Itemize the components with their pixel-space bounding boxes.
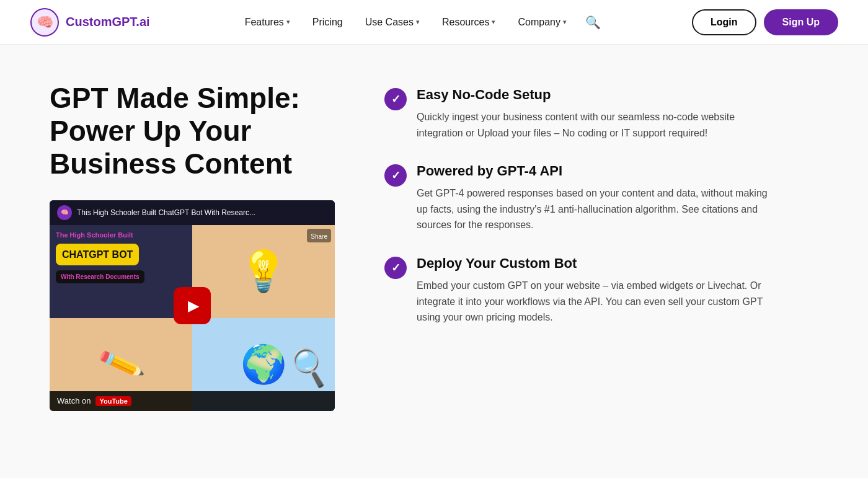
- signup-button[interactable]: Sign Up: [764, 9, 838, 35]
- feature-desc-2: Get GPT-4 powered responses based on you…: [417, 185, 776, 233]
- hero-video[interactable]: 🧠 This High Schooler Built ChatGPT Bot W…: [50, 200, 335, 411]
- check-icon-1: [384, 88, 407, 110]
- nav-resources[interactable]: Resources ▾: [433, 12, 504, 33]
- watch-bar: Watch on YouTube: [50, 391, 335, 411]
- chatgpt-label: CHATGPT BOT: [62, 249, 133, 260]
- hero-section: GPT Made Simple: Power Up Your Business …: [0, 45, 868, 478]
- video-title: This High Schooler Built ChatGPT Bot Wit…: [77, 208, 255, 217]
- svg-text:🧠: 🧠: [37, 14, 54, 30]
- feature-desc-3: Embed your custom GPT on your website – …: [417, 278, 776, 325]
- nav-use-cases[interactable]: Use Cases ▾: [356, 12, 428, 33]
- play-button[interactable]: ▶: [174, 287, 211, 324]
- resources-chevron-icon: ▾: [492, 18, 495, 26]
- check-icon-2: [384, 164, 407, 187]
- feature-title-3: Deploy Your Custom Bot: [417, 255, 776, 272]
- features-list: Easy No-Code Setup Quickly ingest your b…: [384, 82, 838, 348]
- bulb-icon: 💡: [239, 248, 288, 294]
- hero-title: GPT Made Simple: Power Up Your Business …: [50, 82, 347, 180]
- nav-features[interactable]: Features ▾: [236, 12, 299, 33]
- use-cases-chevron-icon: ▾: [416, 18, 420, 26]
- feature-deploy: Deploy Your Custom Bot Embed your custom…: [384, 255, 838, 325]
- logo-icon: 🧠: [30, 7, 60, 37]
- globe-icon: 🌍: [241, 342, 287, 386]
- nav-pricing[interactable]: Pricing: [304, 12, 352, 33]
- feature-gpt4: Powered by GPT-4 API Get GPT-4 powered r…: [384, 163, 838, 233]
- features-chevron-icon: ▾: [286, 18, 290, 26]
- nav-actions: Login Sign Up: [692, 9, 838, 35]
- nav-menu: Features ▾ Pricing Use Cases ▾ Resources…: [236, 10, 606, 35]
- logo[interactable]: 🧠 CustomGPT.ai: [30, 7, 150, 37]
- docs-label: With Research Documents: [61, 273, 140, 280]
- check-icon-3: [384, 257, 407, 279]
- watch-label: Watch on: [57, 396, 91, 405]
- nav-company[interactable]: Company ▾: [509, 12, 575, 33]
- login-button[interactable]: Login: [692, 9, 756, 35]
- company-chevron-icon: ▾: [563, 18, 567, 26]
- search-icon[interactable]: 🔍: [580, 10, 606, 35]
- navigation: 🧠 CustomGPT.ai Features ▾ Pricing Use Ca…: [0, 0, 868, 45]
- pencil-icon: ✏️: [95, 340, 146, 389]
- feature-desc-1: Quickly ingest your business content wit…: [417, 109, 776, 141]
- hero-left-column: GPT Made Simple: Power Up Your Business …: [50, 82, 347, 411]
- share-label: Share: [311, 233, 327, 240]
- youtube-label: YouTube: [99, 397, 127, 405]
- feature-title-1: Easy No-Code Setup: [417, 87, 776, 103]
- feature-no-code: Easy No-Code Setup Quickly ingest your b…: [384, 87, 838, 141]
- feature-title-2: Powered by GPT-4 API: [417, 163, 776, 179]
- logo-text: CustomGPT.ai: [66, 15, 150, 29]
- video-subtitle: The High Schooler Built: [56, 231, 133, 239]
